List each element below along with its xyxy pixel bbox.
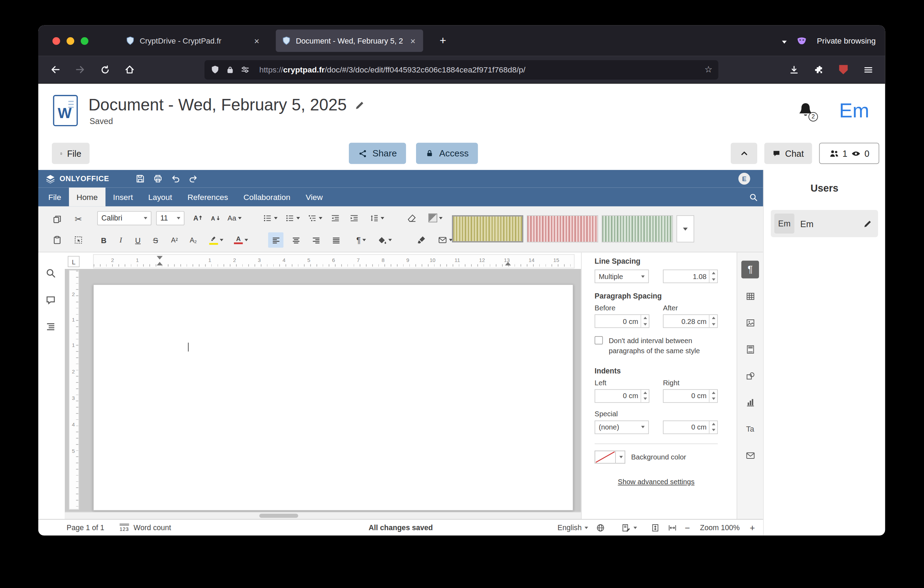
comments-icon[interactable]	[45, 295, 57, 307]
close-window-button[interactable]	[53, 37, 60, 45]
chart-settings-icon[interactable]	[741, 393, 759, 411]
nonprinting-characters-button[interactable]: ¶	[351, 232, 370, 248]
zoom-level[interactable]: Zoom 100%	[700, 524, 740, 532]
first-line-indent-marker[interactable]	[157, 256, 163, 259]
background-color-dropdown[interactable]	[616, 451, 625, 463]
fullscreen-window-button[interactable]	[81, 37, 88, 45]
subscript-button[interactable]: A₂	[186, 232, 201, 248]
line-spacing-button[interactable]	[367, 210, 386, 226]
undo-button[interactable]	[167, 172, 185, 185]
save-button[interactable]	[132, 172, 149, 185]
paragraph-shading-button[interactable]	[425, 210, 446, 226]
shape-settings-icon[interactable]	[741, 367, 759, 385]
document-title[interactable]: Document - Wed, February 5, 2025	[88, 96, 347, 114]
image-settings-icon[interactable]	[741, 314, 759, 332]
decrease-font-button[interactable]: A	[208, 210, 222, 226]
zoom-out-button[interactable]: −	[685, 522, 690, 533]
style-preview-2[interactable]	[527, 215, 598, 243]
collapse-toolbar-button[interactable]	[731, 143, 757, 164]
copy-button[interactable]	[53, 211, 62, 227]
oo-menu-home[interactable]: Home	[69, 187, 106, 206]
v-ruler[interactable]: 2112345	[69, 270, 79, 509]
word-count-label[interactable]: Word count	[134, 524, 171, 532]
reload-button[interactable]	[96, 61, 114, 78]
close-tab-icon[interactable]: ×	[408, 36, 417, 46]
textart-settings-icon[interactable]: Ta	[741, 420, 759, 438]
font-size-select[interactable]: 11	[156, 211, 185, 225]
select-all-button[interactable]	[74, 232, 83, 247]
align-right-button[interactable]	[308, 232, 323, 248]
superscript-button[interactable]: A²	[167, 232, 182, 248]
document-page[interactable]	[93, 284, 573, 511]
spacing-before-input[interactable]: 0 cm	[595, 314, 649, 328]
share-button[interactable]: Share	[349, 143, 406, 164]
ublock-origin-icon[interactable]	[835, 61, 852, 78]
access-button[interactable]: Access	[416, 143, 478, 164]
numbered-list-button[interactable]	[284, 210, 301, 226]
indent-right-input[interactable]: 0 cm	[663, 389, 718, 403]
copy-style-button[interactable]	[414, 232, 429, 248]
oo-menu-file[interactable]: File	[41, 187, 69, 206]
tab-document[interactable]: Document - Wed, February 5, 2 ×	[276, 30, 423, 52]
paragraph-color-button[interactable]	[374, 232, 396, 248]
minimize-window-button[interactable]	[66, 37, 74, 45]
strikethrough-button[interactable]: S	[149, 232, 162, 248]
forward-button[interactable]	[71, 61, 89, 78]
styles-gallery-expand-button[interactable]	[676, 215, 694, 243]
font-name-select[interactable]: Calibri	[97, 211, 152, 225]
bookmark-star-icon[interactable]: ☆	[705, 64, 713, 75]
home-button[interactable]	[121, 61, 139, 78]
no-interval-checkbox[interactable]	[595, 336, 603, 345]
tab-cryptdrive[interactable]: CryptDrive - CryptPad.fr ×	[120, 30, 267, 52]
tab-stop-selector[interactable]: L	[68, 256, 80, 267]
change-case-button[interactable]: Aa	[226, 210, 243, 226]
oo-menu-insert[interactable]: Insert	[106, 187, 141, 206]
zoom-in-button[interactable]: +	[749, 522, 755, 533]
oo-menu-references[interactable]: References	[180, 187, 236, 206]
decrease-indent-button[interactable]	[328, 210, 343, 226]
header-footer-settings-icon[interactable]	[741, 340, 759, 358]
new-tab-button[interactable]: +	[435, 34, 451, 47]
find-icon[interactable]	[45, 268, 57, 280]
globe-icon[interactable]	[596, 523, 605, 532]
indent-left-input[interactable]: 0 cm	[595, 389, 649, 403]
document-language-select[interactable]: English	[558, 524, 588, 532]
spacing-after-input[interactable]: 0.28 cm	[663, 314, 718, 328]
increase-indent-button[interactable]	[347, 210, 361, 226]
edit-user-pencil-icon[interactable]	[863, 219, 872, 228]
align-left-button[interactable]	[268, 232, 284, 248]
permissions-icon[interactable]	[241, 65, 250, 74]
navigation-headings-icon[interactable]	[45, 322, 57, 334]
style-preview-3[interactable]	[602, 215, 673, 243]
line-spacing-amount-input[interactable]: 1.08	[663, 269, 718, 283]
mail-merge-settings-icon[interactable]	[741, 447, 759, 464]
align-center-button[interactable]	[288, 232, 304, 248]
style-preview-selected[interactable]	[452, 215, 523, 243]
page-indicator[interactable]: Page 1 of 1	[66, 524, 104, 532]
font-color-button[interactable]: A	[231, 232, 252, 248]
table-settings-icon[interactable]	[741, 287, 759, 305]
increase-font-button[interactable]: A	[190, 210, 205, 226]
spell-check-icon[interactable]	[621, 523, 637, 532]
oo-menu-layout[interactable]: Layout	[141, 187, 180, 206]
extensions-icon[interactable]	[810, 61, 828, 78]
h-ruler[interactable]: 21123456789101112131415	[93, 254, 574, 269]
hanging-indent-marker[interactable]	[157, 262, 163, 266]
menu-hamburger-icon[interactable]	[859, 61, 877, 78]
show-advanced-settings-link[interactable]: Show advanced settings	[618, 477, 695, 486]
background-color-swatch[interactable]	[595, 451, 616, 463]
horizontal-scrollbar[interactable]	[65, 512, 581, 519]
fit-page-icon[interactable]	[651, 523, 660, 532]
justify-button[interactable]	[328, 232, 344, 248]
lock-icon[interactable]	[226, 65, 234, 74]
fit-width-icon[interactable]	[668, 523, 677, 532]
cut-button[interactable]: ✂	[74, 211, 82, 227]
redo-button[interactable]	[185, 172, 202, 185]
document-canvas[interactable]: 2112345	[65, 269, 581, 519]
print-button[interactable]	[149, 172, 167, 185]
highlight-color-button[interactable]	[206, 232, 227, 248]
present-users-button[interactable]: 1 0	[819, 143, 879, 164]
list-all-tabs-chevron-icon[interactable]	[782, 36, 787, 46]
oo-menu-collaboration[interactable]: Collaboration	[236, 187, 298, 206]
search-icon[interactable]	[743, 187, 763, 206]
